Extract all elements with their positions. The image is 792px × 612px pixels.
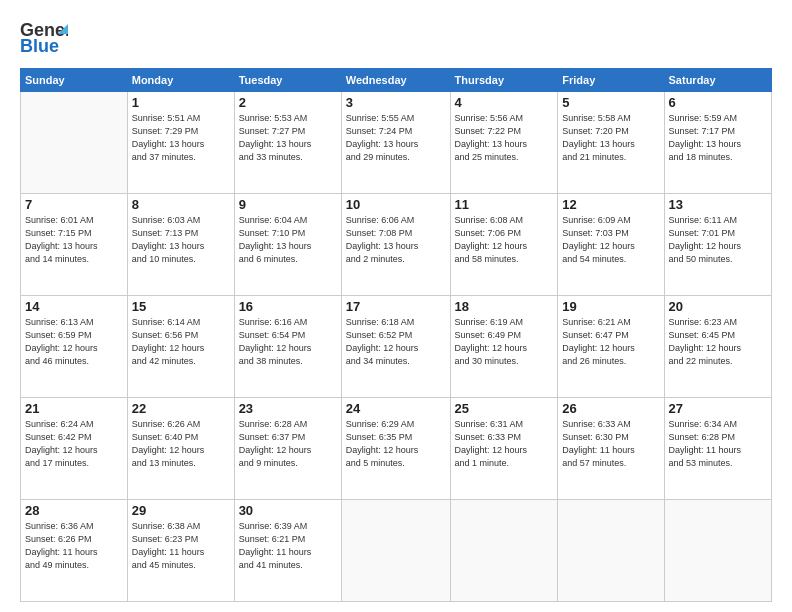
calendar-cell: 29Sunrise: 6:38 AM Sunset: 6:23 PM Dayli… [127,500,234,602]
calendar-cell: 17Sunrise: 6:18 AM Sunset: 6:52 PM Dayli… [341,296,450,398]
day-number: 1 [132,95,230,110]
calendar-cell: 19Sunrise: 6:21 AM Sunset: 6:47 PM Dayli… [558,296,664,398]
page: General Blue SundayMondayTuesdayWednesda… [0,0,792,612]
day-number: 16 [239,299,337,314]
calendar-cell: 28Sunrise: 6:36 AM Sunset: 6:26 PM Dayli… [21,500,128,602]
weekday-header-saturday: Saturday [664,69,771,92]
calendar-week-2: 14Sunrise: 6:13 AM Sunset: 6:59 PM Dayli… [21,296,772,398]
day-number: 12 [562,197,659,212]
day-number: 28 [25,503,123,518]
day-number: 27 [669,401,767,416]
weekday-header-friday: Friday [558,69,664,92]
calendar-cell: 8Sunrise: 6:03 AM Sunset: 7:13 PM Daylig… [127,194,234,296]
svg-text:Blue: Blue [20,36,59,56]
day-info: Sunrise: 5:58 AM Sunset: 7:20 PM Dayligh… [562,112,659,164]
weekday-header-tuesday: Tuesday [234,69,341,92]
day-number: 15 [132,299,230,314]
calendar-cell: 16Sunrise: 6:16 AM Sunset: 6:54 PM Dayli… [234,296,341,398]
day-number: 22 [132,401,230,416]
calendar-cell: 30Sunrise: 6:39 AM Sunset: 6:21 PM Dayli… [234,500,341,602]
day-info: Sunrise: 6:09 AM Sunset: 7:03 PM Dayligh… [562,214,659,266]
weekday-header-wednesday: Wednesday [341,69,450,92]
day-info: Sunrise: 6:23 AM Sunset: 6:45 PM Dayligh… [669,316,767,368]
day-number: 19 [562,299,659,314]
day-info: Sunrise: 6:24 AM Sunset: 6:42 PM Dayligh… [25,418,123,470]
day-number: 8 [132,197,230,212]
calendar-cell: 27Sunrise: 6:34 AM Sunset: 6:28 PM Dayli… [664,398,771,500]
day-info: Sunrise: 6:14 AM Sunset: 6:56 PM Dayligh… [132,316,230,368]
calendar-table: SundayMondayTuesdayWednesdayThursdayFrid… [20,68,772,602]
day-info: Sunrise: 6:11 AM Sunset: 7:01 PM Dayligh… [669,214,767,266]
day-info: Sunrise: 6:34 AM Sunset: 6:28 PM Dayligh… [669,418,767,470]
calendar-body: 1Sunrise: 5:51 AM Sunset: 7:29 PM Daylig… [21,92,772,602]
header: General Blue [20,16,772,60]
calendar-cell: 25Sunrise: 6:31 AM Sunset: 6:33 PM Dayli… [450,398,558,500]
calendar-cell [21,92,128,194]
day-info: Sunrise: 6:18 AM Sunset: 6:52 PM Dayligh… [346,316,446,368]
calendar-cell [450,500,558,602]
calendar-cell [341,500,450,602]
day-info: Sunrise: 5:53 AM Sunset: 7:27 PM Dayligh… [239,112,337,164]
day-info: Sunrise: 6:19 AM Sunset: 6:49 PM Dayligh… [455,316,554,368]
calendar-cell: 14Sunrise: 6:13 AM Sunset: 6:59 PM Dayli… [21,296,128,398]
calendar-cell: 10Sunrise: 6:06 AM Sunset: 7:08 PM Dayli… [341,194,450,296]
logo-icon: General Blue [20,16,68,60]
calendar-cell: 20Sunrise: 6:23 AM Sunset: 6:45 PM Dayli… [664,296,771,398]
day-number: 5 [562,95,659,110]
day-number: 17 [346,299,446,314]
calendar-header: SundayMondayTuesdayWednesdayThursdayFrid… [21,69,772,92]
calendar-cell: 13Sunrise: 6:11 AM Sunset: 7:01 PM Dayli… [664,194,771,296]
calendar-cell: 3Sunrise: 5:55 AM Sunset: 7:24 PM Daylig… [341,92,450,194]
calendar-cell: 23Sunrise: 6:28 AM Sunset: 6:37 PM Dayli… [234,398,341,500]
day-info: Sunrise: 6:04 AM Sunset: 7:10 PM Dayligh… [239,214,337,266]
day-info: Sunrise: 6:31 AM Sunset: 6:33 PM Dayligh… [455,418,554,470]
calendar-cell: 7Sunrise: 6:01 AM Sunset: 7:15 PM Daylig… [21,194,128,296]
day-number: 7 [25,197,123,212]
day-number: 30 [239,503,337,518]
day-number: 9 [239,197,337,212]
calendar-cell [664,500,771,602]
weekday-header-sunday: Sunday [21,69,128,92]
day-info: Sunrise: 6:39 AM Sunset: 6:21 PM Dayligh… [239,520,337,572]
calendar-cell: 24Sunrise: 6:29 AM Sunset: 6:35 PM Dayli… [341,398,450,500]
day-info: Sunrise: 6:33 AM Sunset: 6:30 PM Dayligh… [562,418,659,470]
weekday-header-monday: Monday [127,69,234,92]
day-number: 24 [346,401,446,416]
calendar-cell: 22Sunrise: 6:26 AM Sunset: 6:40 PM Dayli… [127,398,234,500]
day-number: 4 [455,95,554,110]
weekday-header-thursday: Thursday [450,69,558,92]
calendar-cell: 9Sunrise: 6:04 AM Sunset: 7:10 PM Daylig… [234,194,341,296]
calendar-week-4: 28Sunrise: 6:36 AM Sunset: 6:26 PM Dayli… [21,500,772,602]
calendar-cell: 18Sunrise: 6:19 AM Sunset: 6:49 PM Dayli… [450,296,558,398]
calendar-cell: 15Sunrise: 6:14 AM Sunset: 6:56 PM Dayli… [127,296,234,398]
calendar-cell: 1Sunrise: 5:51 AM Sunset: 7:29 PM Daylig… [127,92,234,194]
day-info: Sunrise: 6:01 AM Sunset: 7:15 PM Dayligh… [25,214,123,266]
calendar-cell: 11Sunrise: 6:08 AM Sunset: 7:06 PM Dayli… [450,194,558,296]
calendar-cell: 12Sunrise: 6:09 AM Sunset: 7:03 PM Dayli… [558,194,664,296]
day-number: 25 [455,401,554,416]
day-info: Sunrise: 6:06 AM Sunset: 7:08 PM Dayligh… [346,214,446,266]
day-info: Sunrise: 6:28 AM Sunset: 6:37 PM Dayligh… [239,418,337,470]
day-info: Sunrise: 6:29 AM Sunset: 6:35 PM Dayligh… [346,418,446,470]
day-number: 2 [239,95,337,110]
day-number: 26 [562,401,659,416]
calendar-cell: 4Sunrise: 5:56 AM Sunset: 7:22 PM Daylig… [450,92,558,194]
day-info: Sunrise: 5:51 AM Sunset: 7:29 PM Dayligh… [132,112,230,164]
day-info: Sunrise: 6:13 AM Sunset: 6:59 PM Dayligh… [25,316,123,368]
calendar-week-0: 1Sunrise: 5:51 AM Sunset: 7:29 PM Daylig… [21,92,772,194]
calendar-cell: 2Sunrise: 5:53 AM Sunset: 7:27 PM Daylig… [234,92,341,194]
day-number: 20 [669,299,767,314]
day-info: Sunrise: 6:26 AM Sunset: 6:40 PM Dayligh… [132,418,230,470]
calendar-week-3: 21Sunrise: 6:24 AM Sunset: 6:42 PM Dayli… [21,398,772,500]
calendar-cell: 6Sunrise: 5:59 AM Sunset: 7:17 PM Daylig… [664,92,771,194]
day-number: 21 [25,401,123,416]
calendar-cell: 26Sunrise: 6:33 AM Sunset: 6:30 PM Dayli… [558,398,664,500]
calendar-cell [558,500,664,602]
day-info: Sunrise: 6:03 AM Sunset: 7:13 PM Dayligh… [132,214,230,266]
day-number: 29 [132,503,230,518]
day-number: 18 [455,299,554,314]
day-info: Sunrise: 5:56 AM Sunset: 7:22 PM Dayligh… [455,112,554,164]
day-info: Sunrise: 6:38 AM Sunset: 6:23 PM Dayligh… [132,520,230,572]
day-info: Sunrise: 6:36 AM Sunset: 6:26 PM Dayligh… [25,520,123,572]
calendar-cell: 21Sunrise: 6:24 AM Sunset: 6:42 PM Dayli… [21,398,128,500]
